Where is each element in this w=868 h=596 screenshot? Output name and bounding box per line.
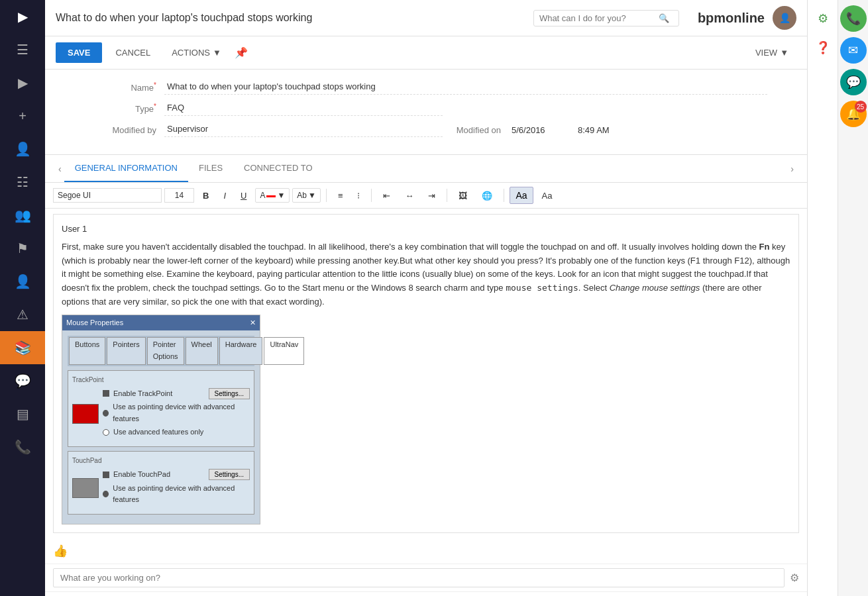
supervisor-link[interactable]: Supervisor	[167, 124, 208, 134]
avatar[interactable]: 👤	[773, 6, 796, 30]
use-pointing2-radio[interactable]	[103, 491, 109, 497]
view-label: VIEW	[755, 48, 777, 58]
screenshot-title: Mouse Properties	[66, 317, 123, 329]
text-color-button[interactable]: A ▼	[255, 188, 290, 203]
modified-on-label: Modified on	[443, 125, 509, 135]
sc-tab-ultranav[interactable]: UltraNav	[264, 337, 304, 364]
use-pointing-radio[interactable]	[103, 410, 109, 417]
aa-small-button[interactable]: Aa	[536, 187, 559, 204]
screenshot-body: Buttons Pointers Pointer Options Wheel H…	[62, 330, 260, 523]
sc-tab-pointer-options[interactable]: Pointer Options	[147, 337, 184, 364]
pin-icon[interactable]: 📌	[235, 46, 248, 59]
use-advanced-label: Use advanced features only	[113, 426, 203, 438]
align-center-button[interactable]: ↔	[399, 187, 419, 204]
underline-button[interactable]: U	[235, 187, 252, 204]
search-input[interactable]	[539, 13, 659, 23]
sidebar-item-chart[interactable]: ▤	[0, 397, 45, 430]
color-swatch	[266, 195, 276, 197]
sidebar-toggle[interactable]: ▶	[0, 0, 45, 33]
sidebar-item-contacts[interactable]: 👤	[0, 132, 45, 166]
trackpoint-group: TrackPoint Enable TrackPoint Settings...	[68, 370, 254, 447]
enable-trackpoint-checkbox[interactable]	[103, 390, 109, 397]
search-box[interactable]: 🔍	[533, 10, 679, 26]
code-text: mouse settings	[506, 283, 578, 293]
modified-field-row: Modified by Supervisor Modified on 5/6/2…	[85, 123, 767, 137]
modified-by-value: Supervisor	[164, 123, 443, 137]
tab-general-info[interactable]: GENERAL INFORMATION	[64, 155, 188, 182]
chat-action-button[interactable]: 💬	[840, 69, 867, 95]
sep1	[326, 189, 327, 202]
help-icon[interactable]: ❓	[811, 36, 835, 60]
email-action-button[interactable]: ✉	[840, 37, 867, 64]
align-right-button[interactable]: ⇥	[422, 187, 441, 204]
search-icon[interactable]: 🔍	[659, 13, 669, 23]
name-field-row: Name* What to do when your laptop's touc…	[85, 80, 767, 95]
comment-input[interactable]	[53, 568, 785, 587]
sidebar-item-play[interactable]: ▶	[0, 66, 45, 99]
aa-large-button[interactable]: Aa	[510, 187, 533, 204]
phone-action-button[interactable]: 📞	[840, 5, 867, 32]
tab-files[interactable]: FILES	[188, 155, 233, 182]
save-button[interactable]: SAVE	[56, 42, 102, 63]
sidebar-item-add[interactable]: +	[0, 99, 45, 132]
text-p3: . Select	[578, 283, 610, 293]
actions-dropdown-icon: ▼	[213, 48, 221, 58]
text-p1: First, make sure you haven't accidentall…	[62, 242, 759, 252]
editor-content[interactable]: User 1 First, make sure you haven't acci…	[53, 214, 799, 533]
font-color-label: A	[260, 191, 265, 200]
sep4	[504, 189, 504, 202]
page-title: What to do when your laptop's touchpad s…	[56, 12, 525, 24]
ordered-list-button[interactable]: ≡	[332, 187, 349, 204]
sc-tab-pointers[interactable]: Pointers	[107, 337, 145, 364]
bold-button[interactable]: B	[197, 187, 215, 204]
sc-tab-hardware[interactable]: Hardware	[219, 337, 263, 364]
gear-icon[interactable]: ⚙	[790, 571, 799, 584]
sidebar-item-phone[interactable]: 📞	[0, 430, 45, 464]
cancel-button[interactable]: CANCEL	[107, 42, 158, 63]
use-advanced-radio[interactable]	[103, 429, 109, 436]
enable-touchpad-label: Enable TouchPad	[113, 469, 170, 481]
sc-tab-buttons[interactable]: Buttons	[69, 337, 105, 364]
notification-action-button[interactable]: 🔔 25	[840, 101, 867, 127]
font-size-input[interactable]	[164, 188, 194, 203]
actions-button[interactable]: ACTIONS ▼	[164, 42, 229, 63]
sidebar-item-menu[interactable]: ☰	[0, 33, 45, 66]
tab-left-arrow[interactable]: ‹	[56, 158, 64, 179]
fields-area: Name* What to do when your laptop's touc…	[45, 70, 807, 155]
trackpoint-title: TrackPoint	[72, 375, 250, 385]
tab-right-arrow[interactable]: ›	[788, 158, 796, 179]
modified-on-group: Modified on 5/6/2016 8:49 AM	[443, 124, 767, 136]
touchpad-image	[72, 478, 99, 498]
highlight-color-button[interactable]: Ab ▼	[292, 188, 321, 203]
link-button[interactable]: 🌐	[476, 187, 498, 204]
sep3	[447, 189, 447, 202]
touchpad-settings-btn[interactable]: Settings...	[209, 469, 250, 480]
sidebar-item-table[interactable]: ☷	[0, 166, 45, 199]
sidebar-item-group[interactable]: 👥	[0, 199, 45, 232]
trackpoint-settings-btn[interactable]: Settings...	[209, 388, 250, 399]
align-left-button[interactable]: ⇤	[377, 187, 396, 204]
sidebar-item-alert[interactable]: ⚠	[0, 298, 45, 331]
italic-button[interactable]: I	[217, 187, 232, 204]
sidebar-item-flag[interactable]: ⚑	[0, 232, 45, 265]
sidebar-item-chat[interactable]: 💬	[0, 364, 45, 397]
view-button[interactable]: VIEW ▼	[747, 42, 796, 63]
settings-icon[interactable]: ⚙	[811, 7, 835, 30]
name-value[interactable]: What to do when your laptop's touchpad s…	[164, 80, 767, 95]
image-button[interactable]: 🖼	[453, 187, 473, 204]
enable-touchpad-checkbox[interactable]	[103, 472, 109, 478]
unordered-list-button[interactable]: ⁝	[351, 187, 366, 204]
font-family-input[interactable]	[53, 188, 162, 203]
screenshot-box: Mouse Properties ✕ Buttons Pointers Poin…	[62, 315, 260, 524]
tabs: ‹ GENERAL INFORMATION FILES CONNECTED TO…	[45, 155, 807, 183]
tab-connected-to[interactable]: CONNECTED TO	[233, 155, 323, 182]
main-content: What to do when your laptop's touchpad s…	[45, 0, 807, 596]
type-value[interactable]: FAQ	[164, 101, 443, 116]
thumbs-up-button[interactable]: 👍	[53, 544, 68, 558]
close-icon[interactable]: ✕	[250, 317, 256, 329]
sidebar-item-book[interactable]: 📚	[0, 331, 45, 364]
comment-input-area: ⚙	[45, 564, 807, 592]
touchpad-title: TouchPad	[72, 456, 250, 466]
sc-tab-wheel[interactable]: Wheel	[186, 337, 218, 364]
sidebar-item-person[interactable]: 👤	[0, 265, 45, 298]
